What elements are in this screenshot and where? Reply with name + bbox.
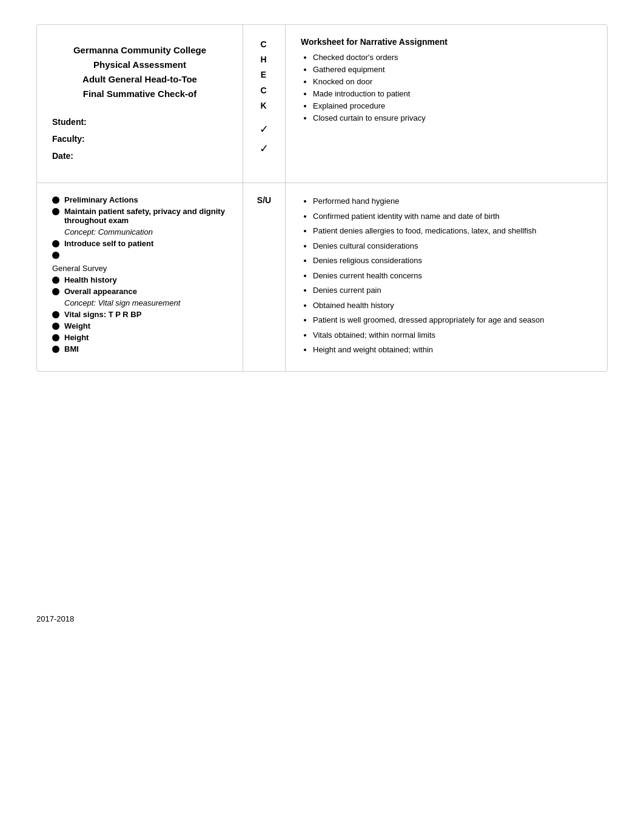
bottom-right-item-4: Denies religious considerations <box>313 255 592 267</box>
preliminary-label: Preliminary Actions <box>64 195 138 204</box>
empty-bullet-item <box>52 250 227 259</box>
date-label: Date: <box>52 147 227 164</box>
check-column: CHECK ✓✓ <box>243 25 286 183</box>
worksheet-item-5: Explained procedure <box>313 101 592 110</box>
bullet-weight <box>52 323 59 330</box>
worksheet-list: Checked doctor's orders Gathered equipme… <box>301 53 592 122</box>
check-letters: CHECK <box>260 37 267 113</box>
bottom-right: Performed hand hygiene Confirmed patient… <box>286 183 607 371</box>
introduce-label: Introduce self to patient <box>64 239 153 248</box>
footer-year: 2017-2018 <box>36 614 608 623</box>
bullet-vital <box>52 311 59 318</box>
bottom-right-item-3: Denies cultural considerations <box>313 240 592 252</box>
maintain-label: Maintain patient safety, privacy and dig… <box>64 207 227 225</box>
college-name-line4: Final Summative Check-of <box>83 89 197 99</box>
check-marks: ✓✓ <box>260 119 269 159</box>
college-name-line3: Adult General Head-to-Toe <box>82 74 197 84</box>
height-label: Height <box>64 333 89 342</box>
survey-list: Health history Overall appearance <box>52 275 227 296</box>
worksheet-title: Worksheet for Narrative Assignment <box>301 37 592 47</box>
vital-signs-item: Vital signs: T P R BP <box>52 310 227 319</box>
general-survey-label: General Survey <box>52 264 227 273</box>
worksheet-item-6: Closed curtain to ensure privacy <box>313 113 592 122</box>
bottom-right-item-9: Vitals obtained; within normal limits <box>313 329 592 341</box>
worksheet-item-4: Made introduction to patient <box>313 89 592 98</box>
worksheet-section: Worksheet for Narrative Assignment Check… <box>286 25 607 183</box>
bullet-preliminary <box>52 196 59 204</box>
bottom-right-item-7: Obtained health history <box>313 300 592 312</box>
bottom-right-item-10: Height and weight obtained; within <box>313 344 592 356</box>
bottom-right-item-0: Performed hand hygiene <box>313 195 592 207</box>
concept-communication: Concept: Communication <box>64 227 227 236</box>
main-document: Germanna Community College Physical Asse… <box>36 24 608 372</box>
top-section: Germanna Community College Physical Asse… <box>37 25 607 183</box>
bullet-maintain <box>52 208 59 215</box>
su-column: S/U <box>243 183 286 371</box>
college-name-line2: Physical Assessment <box>93 59 186 70</box>
bottom-right-list: Performed hand hygiene Confirmed patient… <box>301 195 592 356</box>
bullet-bmi <box>52 346 59 353</box>
bottom-right-item-6: Denies current pain <box>313 284 592 297</box>
bullet-health <box>52 277 59 284</box>
concept-vital: Concept: Vital sign measurement <box>64 298 227 307</box>
bottom-right-item-5: Denies current health concerns <box>313 270 592 282</box>
bottom-right-item-2: Patient denies allergies to food, medica… <box>313 225 592 237</box>
worksheet-item-2: Gathered equipment <box>313 65 592 74</box>
introduce-item: Introduce self to patient <box>52 239 227 248</box>
bmi-item: BMI <box>52 344 227 354</box>
bottom-right-item-1: Confirmed patient identity with name and… <box>313 210 592 223</box>
maintain-item: Maintain patient safety, privacy and dig… <box>52 207 227 225</box>
height-item: Height <box>52 333 227 342</box>
health-history-label: Health history <box>64 275 117 284</box>
health-history-item: Health history <box>52 275 227 284</box>
student-info: Student: Faculty: Date: <box>52 113 227 164</box>
vital-signs-label: Vital signs: T P R BP <box>64 310 141 319</box>
college-name-line1: Germanna Community College <box>73 45 206 55</box>
overall-appearance-item: Overall appearance <box>52 287 227 296</box>
bmi-label: BMI <box>64 344 79 354</box>
bullet-overall <box>52 288 59 295</box>
student-label: Student: <box>52 113 227 130</box>
college-name: Germanna Community College Physical Asse… <box>52 43 227 101</box>
bullet-introduce <box>52 240 59 247</box>
preliminary-item: Preliminary Actions <box>52 195 227 204</box>
su-label: S/U <box>257 195 271 205</box>
bottom-section: Preliminary Actions Maintain patient saf… <box>37 183 607 371</box>
bottom-right-item-8: Patient is well groomed, dressed appropr… <box>313 314 592 326</box>
faculty-label: Faculty: <box>52 130 227 147</box>
bullet-height <box>52 334 59 341</box>
overall-appearance-label: Overall appearance <box>64 287 137 296</box>
vitals-list: Vital signs: T P R BP Weight Height BMI <box>52 310 227 354</box>
left-header: Germanna Community College Physical Asse… <box>37 25 243 183</box>
worksheet-item-1: Checked doctor's orders <box>313 53 592 62</box>
weight-item: Weight <box>52 321 227 330</box>
bottom-left: Preliminary Actions Maintain patient saf… <box>37 183 243 371</box>
worksheet-item-3: Knocked on door <box>313 77 592 86</box>
weight-label: Weight <box>64 321 90 330</box>
bottom-left-list: Preliminary Actions Maintain patient saf… <box>52 195 227 225</box>
introduce-list: Introduce self to patient <box>52 239 227 259</box>
bullet-empty <box>52 252 59 259</box>
